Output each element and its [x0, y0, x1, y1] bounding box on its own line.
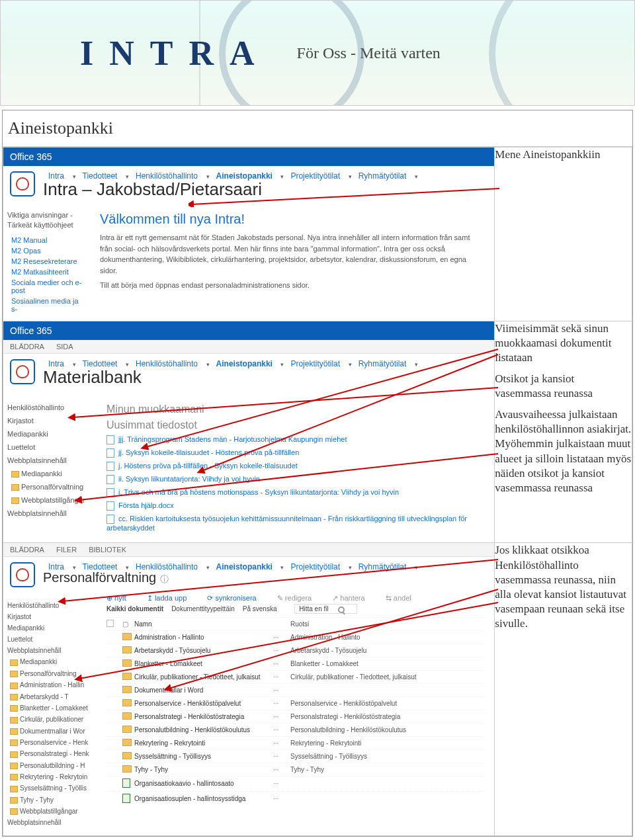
- sidebar-item[interactable]: Personalutbildning - H: [10, 762, 92, 769]
- table-row[interactable]: Rekrytering - Rekrytointi···Rekrytering …: [106, 736, 484, 749]
- item-menu-icon[interactable]: ···: [273, 753, 290, 760]
- item-menu-icon[interactable]: ···: [273, 780, 290, 787]
- file-link[interactable]: jj. Syksyn kokeile-tilaisuudet - Höstens…: [106, 448, 484, 458]
- sync-button[interactable]: ⟳ synkronisera: [207, 594, 265, 602]
- nav-link[interactable]: Projektityötilat: [290, 562, 340, 571]
- table-row[interactable]: Personalservice - Henkilöstöpalvelut···P…: [106, 696, 484, 710]
- city-logo: [10, 171, 35, 196]
- sidebar-item[interactable]: Webbplatsinnehåll: [7, 456, 92, 464]
- column-header[interactable]: Namn: [134, 620, 273, 628]
- sidebar-item[interactable]: Mediapankki: [10, 658, 92, 665]
- sidebar-item[interactable]: Henkilöstöhallinto: [7, 403, 92, 411]
- item-menu-icon[interactable]: ···: [273, 647, 290, 654]
- file-link[interactable]: jjj. Träningsprogram Stadens män - Harjo…: [106, 435, 484, 444]
- nav-link[interactable]: Aineistopankki: [216, 359, 273, 368]
- upload-button[interactable]: ↥ ladda upp: [147, 594, 196, 602]
- city-logo: [10, 359, 35, 384]
- info-icon[interactable]: ⓘ: [160, 574, 169, 584]
- sidebar-item[interactable]: Mediapankki: [7, 624, 92, 632]
- sidebar-item[interactable]: Arbetarskydd - T: [10, 693, 92, 700]
- table-row[interactable]: Administration - Hallinto···Administrati…: [106, 630, 484, 644]
- item-menu-icon[interactable]: ···: [273, 726, 290, 734]
- sidebar-item[interactable]: Kirjastot: [7, 613, 92, 620]
- sidebar-item[interactable]: Personalförvaltning: [10, 670, 92, 677]
- sp-tab[interactable]: BLÄDDRA: [10, 343, 44, 351]
- table-row[interactable]: Sysselsättning - Työllisyys···Sysselsätt…: [106, 749, 484, 763]
- sidebar-item[interactable]: Administration - Hallin: [10, 681, 92, 689]
- sidebar-item[interactable]: Webbplatsinnehåll: [7, 819, 92, 826]
- sidebar-item[interactable]: M2 Opas: [11, 247, 85, 255]
- nav-link[interactable]: Aineistopankki: [216, 562, 273, 571]
- sidebar-item[interactable]: Henkilöstöhallinto: [7, 602, 92, 609]
- select-all-checkbox[interactable]: [106, 620, 114, 627]
- sidebar-item[interactable]: Sysselsättning - Työllis: [10, 784, 92, 792]
- sp-tab[interactable]: FILER: [56, 546, 77, 554]
- sidebar-item[interactable]: Rekrytering - Rekrytoin: [10, 773, 92, 780]
- sidebar-item[interactable]: Sociala medier och e-post: [11, 278, 85, 294]
- file-link[interactable]: j. Höstens pröva på-tillfällen - Syksyn …: [106, 462, 484, 471]
- sidebar-item[interactable]: Luettelot: [7, 636, 92, 643]
- sidebar-item[interactable]: Sosiaalinen media ja s-: [11, 297, 85, 313]
- sp-tab[interactable]: BIBLIOTEK: [89, 546, 126, 554]
- nav-link[interactable]: Ryhmätyötilat: [359, 562, 407, 571]
- table-row[interactable]: Tyhy - Tyhy···Tyhy - Tyhy: [106, 763, 484, 776]
- table-row[interactable]: Personalstrategi - Henkilöstöstrategia··…: [106, 710, 484, 723]
- item-menu-icon[interactable]: ···: [273, 700, 290, 707]
- nav-link[interactable]: Henkilöstöhallinto: [136, 359, 198, 368]
- sidebar-item[interactable]: Blanketter - Lomakkeet: [10, 704, 92, 712]
- column-header[interactable]: Ruotsi: [290, 620, 484, 628]
- table-row[interactable]: Cirkulär, publikationer - Tiedotteet, ju…: [106, 670, 484, 683]
- sidebar-item[interactable]: Mediapankki: [7, 430, 92, 438]
- file-link[interactable]: i. Trivs och må bra på höstens motionspa…: [106, 488, 484, 497]
- sidebar-item[interactable]: Kirjastot: [7, 417, 92, 425]
- edit-button[interactable]: ✎ redigera: [277, 594, 321, 602]
- item-menu-icon[interactable]: ···: [273, 795, 290, 802]
- item-menu-icon[interactable]: ···: [273, 739, 290, 747]
- sidebar-item[interactable]: Tyhy - Tyhy: [10, 796, 92, 804]
- item-menu-icon[interactable]: ···: [273, 687, 290, 694]
- manage-button[interactable]: ↗ hantera: [332, 594, 374, 602]
- item-menu-icon[interactable]: ···: [273, 634, 290, 641]
- table-row[interactable]: Personalutbildning - Henkilöstökoulutus·…: [106, 723, 484, 736]
- item-menu-icon[interactable]: ···: [273, 673, 290, 681]
- sidebar-item[interactable]: M2 Matkasihteerit: [11, 268, 85, 276]
- table-row[interactable]: Organisaatiokaavio - hallintosaato···: [106, 776, 484, 791]
- folder-icon: [122, 712, 132, 720]
- sidebar-item[interactable]: Personalförvaltning: [11, 483, 92, 491]
- file-link[interactable]: ii. Syksyn liikuntatarjonta: Viihdy ja v…: [106, 475, 484, 484]
- sidebar-item[interactable]: Webbplatsinnehåll: [7, 509, 92, 517]
- nav-link[interactable]: Ryhmätyötilat: [359, 171, 407, 181]
- sp-tab[interactable]: BLÄDDRA: [10, 546, 44, 554]
- search-input[interactable]: Hitta en fil: [294, 604, 357, 614]
- table-row[interactable]: Organisaatiosuplen - hallintosysstidga··…: [106, 791, 484, 806]
- sidebar-item[interactable]: Cirkulär, publikationer: [10, 716, 92, 723]
- sidebar-item[interactable]: Dokumentmallar i Wor: [10, 728, 92, 735]
- file-link[interactable]: Första hjälp.docx: [106, 501, 484, 511]
- sidebar-item[interactable]: Mediapankki: [11, 470, 92, 478]
- item-menu-icon[interactable]: ···: [273, 660, 290, 667]
- sidebar-item[interactable]: M2 Manual: [11, 236, 85, 244]
- view-tab[interactable]: På svenska: [243, 605, 277, 612]
- sidebar-item[interactable]: Webbplatsinnehåll: [7, 647, 92, 654]
- file-link[interactable]: cc. Riskien kartoituksesta työsuojelun k…: [106, 515, 484, 532]
- sidebar-item[interactable]: Luettelot: [7, 443, 92, 451]
- nav-link[interactable]: Ryhmätyötilat: [359, 359, 407, 368]
- office365-label: Office 365: [10, 151, 52, 162]
- sidebar-item[interactable]: Personalstrategi - Henk: [10, 750, 92, 757]
- sidebar-item[interactable]: Webbplatstillgångar: [11, 496, 92, 504]
- sp-tab[interactable]: SIDA: [56, 343, 73, 351]
- sidebar-item[interactable]: Personalservice - Henk: [10, 739, 92, 746]
- item-menu-icon[interactable]: ···: [273, 713, 290, 720]
- table-row[interactable]: Blanketter - Lomakkeet···Blanketter - Lo…: [106, 657, 484, 670]
- table-row[interactable]: Arbetarskydd - Työsuojelu···Arbetarskydd…: [106, 644, 484, 657]
- sidebar-item[interactable]: Webbplatstillgångar: [10, 808, 92, 815]
- view-tab[interactable]: Dokumenttityypeittäin: [171, 605, 235, 612]
- new-button[interactable]: ⊕ nytt: [106, 594, 136, 602]
- item-menu-icon[interactable]: ···: [273, 766, 290, 773]
- table-row[interactable]: Dokumentmallar i Word···: [106, 683, 484, 696]
- nav-link[interactable]: Projektityötilat: [290, 171, 340, 181]
- share-button[interactable]: ⇆ andel: [386, 594, 421, 602]
- view-tab[interactable]: Kaikki dokumentit: [106, 605, 163, 612]
- sidebar-item[interactable]: M2 Resesekreterare: [11, 257, 85, 265]
- nav-link[interactable]: Projektityötilat: [290, 359, 340, 368]
